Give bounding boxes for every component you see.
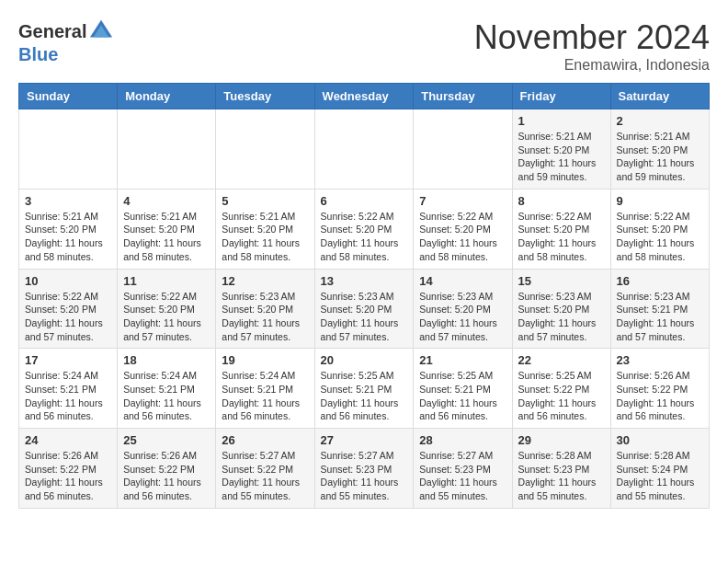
- day-info: Sunrise: 5:23 AM Sunset: 5:21 PM Dayligh…: [617, 290, 703, 344]
- calendar-cell: [118, 109, 216, 190]
- day-info: Sunrise: 5:27 AM Sunset: 5:23 PM Dayligh…: [419, 449, 506, 503]
- calendar-cell: 4Sunrise: 5:21 AM Sunset: 5:20 PM Daylig…: [118, 189, 216, 269]
- day-info: Sunrise: 5:21 AM Sunset: 5:20 PM Dayligh…: [123, 210, 210, 264]
- day-number: 11: [123, 274, 210, 288]
- title-section: November 2024 Enemawira, Indonesia: [474, 18, 710, 74]
- day-number: 3: [25, 194, 111, 208]
- calendar-cell: 28Sunrise: 5:27 AM Sunset: 5:23 PM Dayli…: [414, 429, 512, 509]
- day-number: 1: [518, 114, 605, 128]
- calendar-cell: 26Sunrise: 5:27 AM Sunset: 5:22 PM Dayli…: [216, 429, 314, 509]
- calendar-cell: 16Sunrise: 5:23 AM Sunset: 5:21 PM Dayli…: [610, 269, 709, 349]
- week-row-1: 1Sunrise: 5:21 AM Sunset: 5:20 PM Daylig…: [19, 109, 710, 190]
- day-number: 8: [518, 194, 605, 208]
- weekday-header-thursday: Thursday: [414, 84, 512, 109]
- day-number: 4: [123, 194, 210, 208]
- day-number: 28: [419, 433, 506, 447]
- calendar-cell: 15Sunrise: 5:23 AM Sunset: 5:20 PM Dayli…: [512, 269, 610, 349]
- day-number: 21: [419, 353, 506, 367]
- day-info: Sunrise: 5:28 AM Sunset: 5:23 PM Dayligh…: [518, 449, 605, 503]
- calendar-cell: 2Sunrise: 5:21 AM Sunset: 5:20 PM Daylig…: [610, 109, 709, 190]
- calendar-cell: 8Sunrise: 5:22 AM Sunset: 5:20 PM Daylig…: [512, 189, 610, 269]
- day-number: 12: [222, 274, 308, 288]
- calendar-cell: 25Sunrise: 5:26 AM Sunset: 5:22 PM Dayli…: [118, 429, 216, 509]
- day-info: Sunrise: 5:26 AM Sunset: 5:22 PM Dayligh…: [123, 449, 210, 503]
- day-number: 19: [222, 353, 308, 367]
- logo-general-text: General: [18, 21, 86, 42]
- day-info: Sunrise: 5:24 AM Sunset: 5:21 PM Dayligh…: [222, 369, 308, 423]
- day-info: Sunrise: 5:28 AM Sunset: 5:24 PM Dayligh…: [617, 449, 703, 503]
- calendar-cell: 29Sunrise: 5:28 AM Sunset: 5:23 PM Dayli…: [512, 429, 610, 509]
- weekday-header-row: SundayMondayTuesdayWednesdayThursdayFrid…: [19, 84, 710, 109]
- day-info: Sunrise: 5:21 AM Sunset: 5:20 PM Dayligh…: [25, 210, 111, 264]
- day-number: 17: [25, 353, 111, 367]
- day-info: Sunrise: 5:26 AM Sunset: 5:22 PM Dayligh…: [617, 369, 703, 423]
- calendar-cell: 24Sunrise: 5:26 AM Sunset: 5:22 PM Dayli…: [19, 429, 118, 509]
- day-info: Sunrise: 5:21 AM Sunset: 5:20 PM Dayligh…: [222, 210, 308, 264]
- logo: General Blue: [18, 18, 114, 65]
- day-number: 10: [25, 274, 111, 288]
- day-number: 26: [222, 433, 308, 447]
- day-info: Sunrise: 5:24 AM Sunset: 5:21 PM Dayligh…: [123, 369, 210, 423]
- day-info: Sunrise: 5:23 AM Sunset: 5:20 PM Dayligh…: [419, 290, 506, 344]
- day-info: Sunrise: 5:26 AM Sunset: 5:22 PM Dayligh…: [25, 449, 111, 503]
- day-number: 15: [518, 274, 605, 288]
- weekday-header-friday: Friday: [512, 84, 610, 109]
- weekday-header-saturday: Saturday: [610, 84, 709, 109]
- calendar-cell: 1Sunrise: 5:21 AM Sunset: 5:20 PM Daylig…: [512, 109, 610, 190]
- day-info: Sunrise: 5:22 AM Sunset: 5:20 PM Dayligh…: [25, 290, 111, 344]
- weekday-header-wednesday: Wednesday: [314, 84, 414, 109]
- day-number: 27: [321, 433, 408, 447]
- day-number: 13: [321, 274, 408, 288]
- day-info: Sunrise: 5:25 AM Sunset: 5:21 PM Dayligh…: [419, 369, 506, 423]
- calendar-cell: [19, 109, 118, 190]
- day-info: Sunrise: 5:22 AM Sunset: 5:20 PM Dayligh…: [617, 210, 703, 264]
- weekday-header-tuesday: Tuesday: [216, 84, 314, 109]
- day-info: Sunrise: 5:22 AM Sunset: 5:20 PM Dayligh…: [123, 290, 210, 344]
- day-info: Sunrise: 5:23 AM Sunset: 5:20 PM Dayligh…: [222, 290, 308, 344]
- day-info: Sunrise: 5:25 AM Sunset: 5:21 PM Dayligh…: [321, 369, 408, 423]
- logo-blue-text: Blue: [18, 44, 58, 65]
- calendar-cell: 30Sunrise: 5:28 AM Sunset: 5:24 PM Dayli…: [610, 429, 709, 509]
- calendar-cell: 10Sunrise: 5:22 AM Sunset: 5:20 PM Dayli…: [19, 269, 118, 349]
- calendar-cell: 21Sunrise: 5:25 AM Sunset: 5:21 PM Dayli…: [414, 349, 512, 429]
- calendar-cell: 20Sunrise: 5:25 AM Sunset: 5:21 PM Dayli…: [314, 349, 414, 429]
- day-number: 25: [123, 433, 210, 447]
- day-number: 9: [617, 194, 703, 208]
- day-info: Sunrise: 5:27 AM Sunset: 5:22 PM Dayligh…: [222, 449, 308, 503]
- day-info: Sunrise: 5:23 AM Sunset: 5:20 PM Dayligh…: [321, 290, 408, 344]
- logo-icon: [88, 18, 114, 44]
- day-info: Sunrise: 5:21 AM Sunset: 5:20 PM Dayligh…: [518, 130, 605, 184]
- day-number: 14: [419, 274, 506, 288]
- calendar-cell: 22Sunrise: 5:25 AM Sunset: 5:22 PM Dayli…: [512, 349, 610, 429]
- day-info: Sunrise: 5:22 AM Sunset: 5:20 PM Dayligh…: [321, 210, 408, 264]
- day-number: 7: [419, 194, 506, 208]
- calendar-cell: 9Sunrise: 5:22 AM Sunset: 5:20 PM Daylig…: [610, 189, 709, 269]
- day-number: 20: [321, 353, 408, 367]
- calendar-cell: [314, 109, 414, 190]
- calendar-cell: 3Sunrise: 5:21 AM Sunset: 5:20 PM Daylig…: [19, 189, 118, 269]
- calendar-cell: 6Sunrise: 5:22 AM Sunset: 5:20 PM Daylig…: [314, 189, 414, 269]
- day-number: 2: [617, 114, 703, 128]
- day-number: 5: [222, 194, 308, 208]
- week-row-5: 24Sunrise: 5:26 AM Sunset: 5:22 PM Dayli…: [19, 429, 710, 509]
- day-info: Sunrise: 5:25 AM Sunset: 5:22 PM Dayligh…: [518, 369, 605, 423]
- day-info: Sunrise: 5:22 AM Sunset: 5:20 PM Dayligh…: [419, 210, 506, 264]
- week-row-4: 17Sunrise: 5:24 AM Sunset: 5:21 PM Dayli…: [19, 349, 710, 429]
- day-info: Sunrise: 5:24 AM Sunset: 5:21 PM Dayligh…: [25, 369, 111, 423]
- calendar-table: SundayMondayTuesdayWednesdayThursdayFrid…: [18, 83, 710, 509]
- calendar-cell: 19Sunrise: 5:24 AM Sunset: 5:21 PM Dayli…: [216, 349, 314, 429]
- day-number: 23: [617, 353, 703, 367]
- calendar-cell: [414, 109, 512, 190]
- calendar-cell: [216, 109, 314, 190]
- calendar-cell: 11Sunrise: 5:22 AM Sunset: 5:20 PM Dayli…: [118, 269, 216, 349]
- calendar-cell: 12Sunrise: 5:23 AM Sunset: 5:20 PM Dayli…: [216, 269, 314, 349]
- day-number: 6: [321, 194, 408, 208]
- calendar-cell: 5Sunrise: 5:21 AM Sunset: 5:20 PM Daylig…: [216, 189, 314, 269]
- calendar-cell: 23Sunrise: 5:26 AM Sunset: 5:22 PM Dayli…: [610, 349, 709, 429]
- day-info: Sunrise: 5:22 AM Sunset: 5:20 PM Dayligh…: [518, 210, 605, 264]
- day-number: 29: [518, 433, 605, 447]
- week-row-2: 3Sunrise: 5:21 AM Sunset: 5:20 PM Daylig…: [19, 189, 710, 269]
- location-text: Enemawira, Indonesia: [474, 57, 710, 74]
- day-info: Sunrise: 5:27 AM Sunset: 5:23 PM Dayligh…: [321, 449, 408, 503]
- month-title: November 2024: [474, 18, 710, 57]
